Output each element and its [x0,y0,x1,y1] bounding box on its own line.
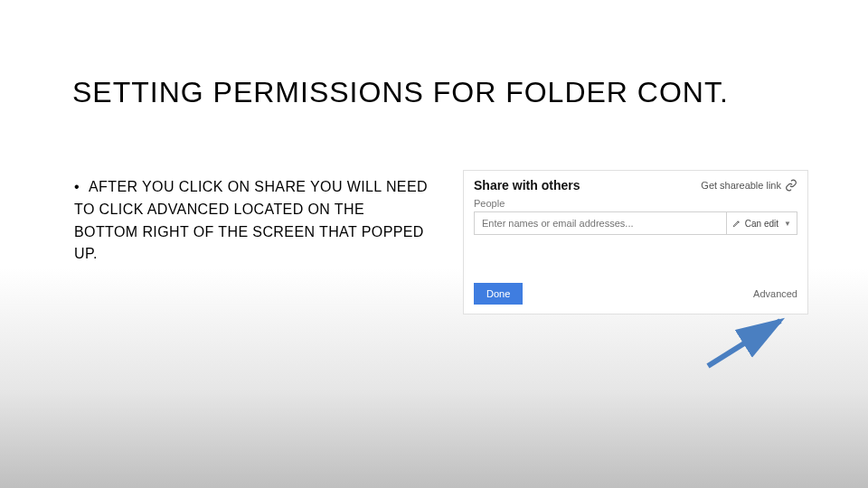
dialog-title: Share with others [474,178,580,192]
link-icon [785,179,797,192]
bullet-text: AFTER YOU CLICK ON SHARE YOU WILL NEED T… [74,179,428,261]
people-label: People [464,194,807,211]
slide-title: SETTING PERMISSIONS FOR FOLDER CONT. [72,76,729,109]
bullet-item: • AFTER YOU CLICK ON SHARE YOU WILL NEED… [74,176,431,266]
dialog-header: Share with others Get shareable link [464,171,807,194]
get-shareable-link[interactable]: Get shareable link [701,179,797,192]
bullet-dot: • [74,176,80,199]
advanced-link[interactable]: Advanced [753,288,797,299]
get-link-label: Get shareable link [701,180,781,191]
share-dialog: Share with others Get shareable link Peo… [463,170,808,314]
people-row: Can edit ▼ [464,211,807,235]
chevron-down-icon: ▼ [784,220,791,228]
svg-line-0 [708,321,780,366]
pencil-icon [732,219,741,228]
done-button[interactable]: Done [474,283,523,305]
pointer-arrow [703,316,794,371]
permission-label: Can edit [745,219,778,229]
permission-dropdown[interactable]: Can edit ▼ [727,211,797,235]
dialog-footer: Done Advanced [464,283,807,305]
people-input[interactable] [474,211,727,235]
